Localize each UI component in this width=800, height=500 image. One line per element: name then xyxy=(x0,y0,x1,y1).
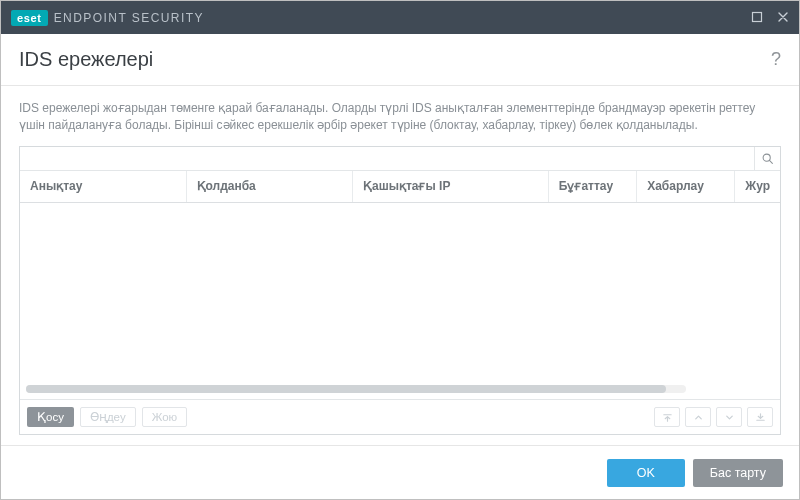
col-detection[interactable]: Анықтау xyxy=(20,171,187,202)
window-minmax-icon[interactable] xyxy=(751,11,763,25)
col-log[interactable]: Жур xyxy=(735,171,780,202)
col-application[interactable]: Қолданба xyxy=(187,171,354,202)
rules-table-card: Анықтау Қолданба Қашықтағы IP Бұғаттау Х… xyxy=(19,146,781,435)
dialog-footer: OK Бас тарту xyxy=(1,445,799,499)
ok-button[interactable]: OK xyxy=(607,459,685,487)
page-title: IDS ережелері xyxy=(19,48,153,71)
move-down-icon xyxy=(716,407,742,427)
col-block[interactable]: Бұғаттау xyxy=(549,171,637,202)
search-icon[interactable] xyxy=(754,146,780,170)
brand-badge: eset xyxy=(11,10,48,26)
panel-body: IDS ережелері жоғарыдан төменге қарай ба… xyxy=(1,86,799,445)
description-text: IDS ережелері жоғарыдан төменге қарай ба… xyxy=(19,100,781,134)
cancel-button[interactable]: Бас тарту xyxy=(693,459,783,487)
col-remote-ip[interactable]: Қашықтағы IP xyxy=(353,171,549,202)
edit-button: Өңдеу xyxy=(80,407,136,427)
delete-button: Жою xyxy=(142,407,188,427)
page-header: IDS ережелері ? xyxy=(1,34,799,86)
move-up-icon xyxy=(685,407,711,427)
window-close-icon[interactable] xyxy=(777,11,789,25)
svg-rect-0 xyxy=(753,12,762,21)
add-button[interactable]: Қосу xyxy=(27,407,74,427)
col-notify[interactable]: Хабарлау xyxy=(637,171,735,202)
help-icon[interactable]: ? xyxy=(771,49,781,70)
app-window: eset ENDPOINT SECURITY IDS ережелері ? I… xyxy=(0,0,800,500)
scrollbar-thumb[interactable] xyxy=(26,385,666,393)
table-header: Анықтау Қолданба Қашықтағы IP Бұғаттау Х… xyxy=(20,171,780,203)
move-bottom-icon xyxy=(747,407,773,427)
brand-text: ENDPOINT SECURITY xyxy=(54,11,204,25)
svg-line-2 xyxy=(769,160,772,163)
title-bar: eset ENDPOINT SECURITY xyxy=(1,1,799,34)
move-top-icon xyxy=(654,407,680,427)
brand: eset ENDPOINT SECURITY xyxy=(11,10,204,26)
table-search-row xyxy=(20,147,780,171)
table-body xyxy=(20,203,780,399)
horizontal-scrollbar[interactable] xyxy=(26,385,686,393)
table-action-row: Қосу Өңдеу Жою xyxy=(20,399,780,434)
